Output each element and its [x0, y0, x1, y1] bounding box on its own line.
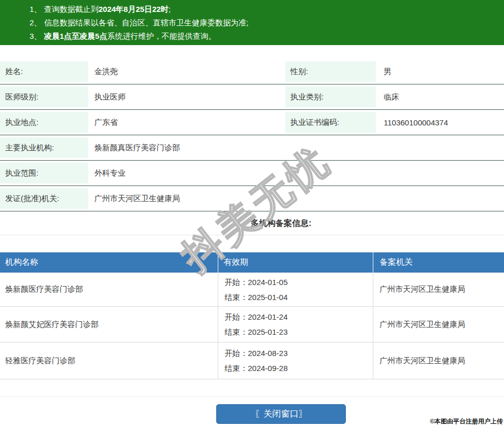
table-row: 轻雅医疗美容门诊部 开始：2024-08-23 结束：2024-09-28 广州…: [0, 343, 504, 379]
query-result-page: 1、查询数据截止到2024年8月25日22时; 2、信息数据结果以各省、自治区、…: [0, 0, 504, 427]
notice-text: ;: [169, 5, 171, 13]
column-header: 机构名称: [0, 252, 218, 273]
field-value: 金洪尧: [88, 59, 285, 84]
org-registration-table: 机构名称 有效期 备案机关 焕新颜医疗美容门诊部 开始：2024-01-05 结…: [0, 252, 504, 379]
period-end: 结束：2025-01-04: [225, 290, 373, 305]
field-value: 外科专业: [88, 161, 504, 186]
notice-text: 系统进行维护，不能提供查询。: [107, 32, 216, 40]
field-value: 广东省: [88, 110, 285, 135]
field-label: 主要执业机构:: [0, 137, 88, 158]
button-row: 〖关闭窗口〗: [0, 404, 504, 424]
table-row: 姓名: 金洪尧 性别: 男: [0, 59, 504, 84]
column-header: 有效期: [218, 252, 373, 273]
table-row: 焕新颜艾妃医疗美容门诊部 开始：2024-01-24 结束：2025-01-23…: [0, 307, 504, 343]
table-header-row: 机构名称 有效期 备案机关: [0, 252, 504, 273]
notice-text-bold: 凌晨1点至凌晨5点: [44, 32, 107, 40]
close-window-button[interactable]: 〖关闭窗口〗: [216, 404, 346, 424]
field-label: 医师级别:: [0, 87, 88, 107]
field-label: 性别:: [285, 61, 376, 82]
field-label: 执业类别:: [285, 87, 376, 107]
content-area: 姓名: 金洪尧 性别: 男 医师级别: 执业医师 执业类别: 临床 执业地点: …: [0, 59, 504, 424]
field-label: 执业范围:: [0, 163, 88, 183]
field-label: 执业证书编码:: [285, 112, 376, 133]
period-end: 结束：2025-01-23: [225, 324, 373, 339]
field-value: 执业医师: [88, 84, 285, 110]
notice-line-1: 1、查询数据截止到2024年8月25日22时;: [0, 3, 504, 16]
field-label: 发证(批准)机关:: [0, 188, 88, 209]
table-row: 执业地点: 广东省 执业证书编码: 110360100004374: [0, 110, 504, 135]
period-start: 开始：2024-08-23: [225, 346, 373, 361]
practitioner-info-table: 姓名: 金洪尧 性别: 男 医师级别: 执业医师 执业类别: 临床 执业地点: …: [0, 59, 504, 211]
notice-number: 1、: [30, 3, 44, 16]
column-header: 备案机关: [373, 252, 504, 273]
org-name: 轻雅医疗美容门诊部: [0, 343, 218, 379]
field-value: 临床: [376, 84, 504, 110]
notice-text: 查询数据截止到: [44, 5, 99, 13]
notice-text: 信息数据结果以各省、自治区、直辖市卫生健康委数据为准;: [44, 18, 248, 27]
table-row: 主要执业机构: 焕新颜真医疗美容门诊部: [0, 135, 504, 161]
divider: [0, 396, 504, 397]
section-title: 多机构备案信息:: [0, 211, 504, 235]
org-name: 焕新颜艾妃医疗美容门诊部: [0, 307, 218, 343]
table-row: 发证(批准)机关: 广州市天河区卫生健康局: [0, 186, 504, 211]
field-label: 执业地点:: [0, 112, 88, 133]
field-value: 110360100004374: [376, 110, 504, 135]
table-row: 执业范围: 外科专业: [0, 161, 504, 186]
period-start: 开始：2024-01-24: [225, 309, 373, 324]
period-end: 结束：2024-09-28: [225, 361, 373, 376]
org-name: 焕新颜医疗美容门诊部: [0, 273, 218, 307]
notice-number: 3、: [30, 30, 44, 43]
upload-attribution: ©本图由平台注册用户上传: [430, 417, 503, 426]
field-value: 广州市天河区卫生健康局: [88, 186, 504, 211]
field-value: 焕新颜真医疗美容门诊部: [88, 135, 504, 161]
registration-authority: 广州市天河区卫生健康局: [373, 343, 504, 379]
field-label: 姓名:: [0, 61, 88, 82]
registration-authority: 广州市天河区卫生健康局: [373, 307, 504, 343]
notice-bar: 1、查询数据截止到2024年8月25日22时; 2、信息数据结果以各省、自治区、…: [0, 0, 504, 45]
notice-line-2: 2、信息数据结果以各省、自治区、直辖市卫生健康委数据为准;: [0, 16, 504, 30]
registration-authority: 广州市天河区卫生健康局: [373, 273, 504, 307]
field-value: 男: [376, 59, 504, 84]
table-row: 医师级别: 执业医师 执业类别: 临床: [0, 84, 504, 110]
period-start: 开始：2024-01-05: [225, 275, 373, 290]
notice-line-3: 3、凌晨1点至凌晨5点系统进行维护，不能提供查询。: [0, 30, 504, 43]
notice-number: 2、: [30, 16, 44, 30]
table-row: 焕新颜医疗美容门诊部 开始：2024-01-05 结束：2025-01-04 广…: [0, 273, 504, 307]
notice-text-bold: 2024年8月25日22时: [99, 5, 169, 13]
